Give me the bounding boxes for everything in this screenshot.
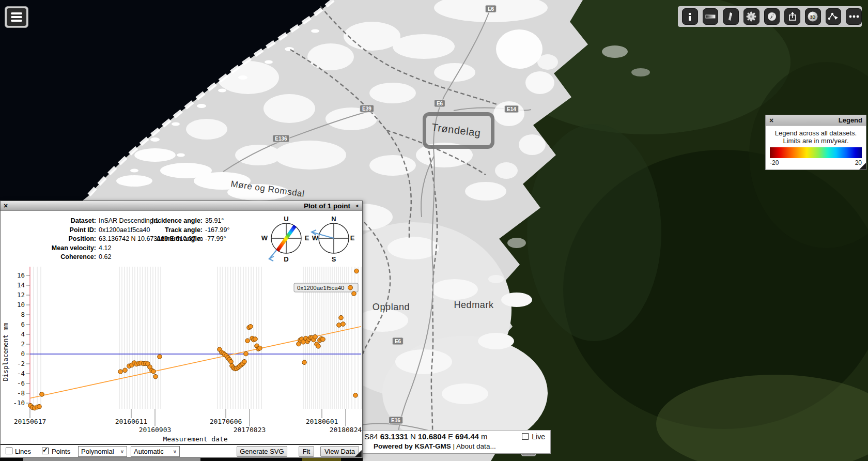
data-point: [313, 334, 318, 339]
resize-handle-icon[interactable]: [355, 450, 362, 457]
toolbar-export-button[interactable]: [784, 8, 800, 25]
altitude-unit: m: [481, 432, 488, 441]
road-badge: E6: [392, 337, 404, 345]
data-point: [341, 322, 346, 327]
info-value: 35.91°: [203, 217, 230, 226]
fit-mode-select[interactable]: Automatic∨: [131, 446, 180, 457]
close-icon[interactable]: ×: [4, 203, 8, 209]
legend-description-line1: Legend across all datasets.: [770, 129, 862, 137]
info-label: Track angle:: [146, 226, 203, 235]
data-point: [339, 315, 344, 320]
path-icon: [828, 11, 839, 22]
info-value: -167.99°: [203, 226, 230, 235]
orientation-compasses: U D W E N S W E: [249, 214, 362, 263]
more-icon: [848, 11, 860, 22]
road-badge: E6: [485, 5, 497, 13]
view-data-button[interactable]: View Data: [320, 446, 359, 457]
points-label: Points: [52, 448, 70, 455]
svg-text:8: 8: [21, 311, 25, 318]
toolbar-threed-button[interactable]: 3D: [805, 8, 821, 25]
svg-text:W: W: [312, 234, 319, 242]
color-scale-gradient: [770, 147, 862, 158]
svg-text:16: 16: [17, 271, 25, 279]
menu-button[interactable]: [5, 6, 28, 28]
about-data-link[interactable]: About data...: [456, 442, 496, 450]
data-point: [258, 346, 262, 350]
fit-button[interactable]: Fit: [299, 446, 314, 457]
svg-text:20160611: 20160611: [115, 418, 148, 425]
plot-panel-title: Plot of 1 point: [8, 202, 354, 210]
coordinate-readout: S84 63.1331 N 10.6804 E 694.44 m Live Po…: [362, 430, 551, 454]
svg-text:2: 2: [21, 340, 25, 348]
altitude-value: 694.44: [455, 432, 479, 441]
info-label: Azimuth angle:: [146, 235, 203, 244]
toolbar-settings-button[interactable]: [743, 8, 760, 25]
live-checkbox[interactable]: [522, 433, 529, 440]
toolbar-info-button[interactable]: [682, 8, 698, 25]
data-point: [229, 359, 234, 364]
data-point: [321, 337, 326, 342]
data-point: [302, 360, 307, 365]
displacement-chart[interactable]: 1614121086420-2-4-6-8-102015061720160611…: [1, 263, 363, 444]
data-point: [353, 393, 358, 398]
svg-text:20150617: 20150617: [14, 418, 47, 425]
collapse-arrow-icon[interactable]: ◄: [354, 203, 359, 208]
road-badge: E16: [389, 417, 403, 424]
plot-panel-header: × Plot of 1 point ◄: [1, 201, 362, 211]
info-value: -77.99°: [203, 235, 230, 244]
info-row: Azimuth angle:-77.99°: [146, 235, 230, 244]
data-point: [37, 404, 42, 409]
svg-text:0x1200ae1f5ca40: 0x1200ae1f5ca40: [297, 285, 344, 291]
svg-text:4: 4: [21, 330, 25, 338]
toolbar-path-button[interactable]: [826, 8, 842, 25]
fit-type-select[interactable]: Polynomial∨: [78, 446, 127, 457]
divider: [1, 444, 362, 445]
lines-label: Lines: [15, 448, 31, 455]
resize-handle-icon[interactable]: [859, 163, 866, 170]
info-label: Coherence:: [17, 253, 97, 262]
toolbar-measure-button[interactable]: [703, 8, 719, 25]
hamburger-icon: [7, 8, 26, 26]
longitude-dir: E: [448, 432, 453, 441]
toolbar-ruler-button[interactable]: [723, 8, 739, 25]
data-point: [123, 368, 128, 373]
data-point: [40, 392, 44, 397]
close-icon[interactable]: ×: [769, 117, 773, 124]
svg-text:-10: -10: [13, 399, 25, 407]
toolbar-more-button[interactable]: [846, 8, 862, 25]
bottom-edge-strip: [0, 458, 363, 461]
road-badge: E39: [360, 105, 374, 113]
plot-controls: Lines Points Polynomial∨ Automatic∨ Gene…: [1, 446, 362, 457]
road-badge: E136: [272, 135, 289, 143]
svg-text:6: 6: [21, 320, 25, 328]
svg-text:10: 10: [17, 301, 25, 309]
legend-title: Legend: [773, 116, 862, 124]
svg-text:20160903: 20160903: [139, 426, 172, 434]
info-row: Incidence angle:35.91°: [146, 217, 230, 226]
measure-icon: [705, 11, 716, 22]
info-label: Position:: [17, 235, 97, 244]
svg-text:-6: -6: [17, 379, 25, 387]
svg-text:-4: -4: [17, 370, 25, 377]
svg-text:Displacement mm: Displacement mm: [2, 323, 9, 381]
legend-description-line2: Limits are in mm/year.: [770, 137, 862, 145]
settings-icon: [746, 11, 756, 22]
datum-label: S84: [364, 432, 378, 441]
plot-panel: × Plot of 1 point ◄ Dataset:InSAR Descen…: [0, 201, 363, 458]
info-icon: [685, 11, 695, 22]
svg-text:S: S: [332, 255, 336, 263]
svg-text:20170606: 20170606: [210, 418, 242, 425]
generate-svg-button[interactable]: Generate SVG: [237, 446, 287, 457]
info-label: Dataset:: [17, 217, 97, 226]
data-point: [245, 339, 250, 343]
longitude-value: 10.6804: [418, 432, 446, 441]
points-checkbox[interactable]: [42, 448, 49, 454]
series-legend[interactable]: 0x1200ae1f5ca40: [294, 283, 358, 292]
selected-region-box[interactable]: [423, 112, 494, 149]
data-point: [153, 374, 158, 379]
toolbar-compass-button[interactable]: [764, 8, 780, 25]
svg-text:E: E: [350, 234, 355, 242]
lines-checkbox[interactable]: [6, 448, 12, 454]
road-badge: E6: [434, 100, 445, 107]
region-label: Oppland: [373, 302, 410, 313]
